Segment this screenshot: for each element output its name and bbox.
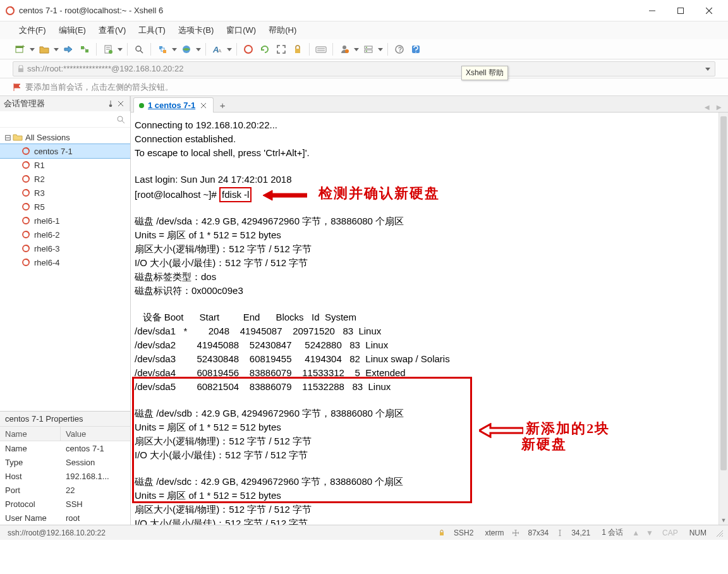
terminal-line: 磁盘 /dev/sda：42.9 GB, 42949672960 字节，8388…: [135, 216, 404, 226]
property-name: User Name: [0, 513, 61, 523]
session-item[interactable]: rhel6-3: [0, 241, 130, 255]
session-search-row: [0, 111, 130, 128]
separator: [127, 43, 128, 56]
dropdown-icon[interactable]: [171, 47, 178, 52]
session-item[interactable]: R2: [0, 172, 130, 186]
help-icon[interactable]: [408, 42, 423, 57]
session-item[interactable]: R1: [0, 158, 130, 172]
menu-help[interactable]: 帮助(H): [262, 22, 303, 39]
session-icon: [21, 230, 30, 239]
maximize-button[interactable]: [666, 1, 695, 20]
property-row: Namecentos 7-1: [0, 441, 130, 455]
lock-icon[interactable]: [290, 42, 305, 57]
swirl-red-icon[interactable]: [241, 42, 256, 57]
svg-text:A: A: [218, 48, 222, 54]
session-item[interactable]: rhel6-1: [0, 214, 130, 228]
tab-add-button[interactable]: +: [216, 98, 229, 112]
font-icon[interactable]: AA: [210, 42, 225, 57]
dropdown-icon[interactable]: [29, 47, 35, 52]
reconnect-icon[interactable]: [77, 42, 92, 57]
menu-tabs[interactable]: 选项卡(B): [172, 22, 220, 39]
down-icon[interactable]: ▼: [646, 528, 653, 537]
separator: [236, 43, 237, 56]
window-title: centos 7-1 - root@localhost:~ - Xshell 6: [19, 6, 638, 15]
svg-text:?: ?: [398, 46, 402, 53]
menu-edit[interactable]: 编辑(E): [52, 22, 92, 39]
menu-bar: 文件(F) 编辑(E) 查看(V) 工具(T) 选项卡(B) 窗口(W) 帮助(…: [0, 21, 728, 39]
tab-close-icon[interactable]: [199, 101, 208, 110]
session-item[interactable]: rhel6-4: [0, 255, 130, 269]
address-text: ssh://root:***************@192.168.10.20…: [27, 64, 705, 73]
svg-point-15: [136, 46, 141, 51]
menu-file[interactable]: 文件(F): [13, 22, 52, 39]
properties-header-value[interactable]: Value: [61, 427, 91, 441]
keyboard-icon[interactable]: [313, 42, 329, 57]
tab-next-icon[interactable]: ►: [715, 102, 723, 112]
status-dot-icon: [139, 103, 144, 108]
search-icon[interactable]: [116, 115, 125, 124]
new-session-icon[interactable]: +: [13, 42, 28, 57]
info-icon[interactable]: ?: [392, 42, 407, 57]
terminal-line: 磁盘 /dev/sdb：42.9 GB, 42949672960 字节，8388…: [135, 408, 404, 418]
property-name: Port: [0, 485, 61, 495]
server-icon[interactable]: [361, 42, 376, 57]
menu-view[interactable]: 查看(V): [92, 22, 132, 39]
close-panel-icon[interactable]: [116, 99, 126, 109]
menu-window[interactable]: 窗口(W): [220, 22, 262, 39]
address-input[interactable]: ssh://root:***************@192.168.10.20…: [13, 61, 715, 76]
dropdown-icon[interactable]: [117, 47, 123, 52]
terminal-line: To escape to local shell, press 'Ctrl+Al…: [135, 147, 310, 158]
fullscreen-icon[interactable]: [274, 42, 289, 57]
property-row: Host192.168.1...: [0, 469, 130, 483]
session-item[interactable]: R3: [0, 186, 130, 200]
tab-prev-icon[interactable]: ◄: [703, 102, 711, 112]
property-value: 192.168.1...: [61, 472, 109, 481]
minimize-button[interactable]: [638, 1, 666, 20]
scrollbar-thumb[interactable]: [720, 116, 727, 470]
tree-root[interactable]: ⊟ All Sessions: [0, 130, 130, 144]
dropdown-icon[interactable]: [195, 47, 202, 52]
session-item[interactable]: rhel6-2: [0, 228, 130, 241]
copy-icon[interactable]: [155, 42, 170, 57]
transfer-icon[interactable]: [61, 42, 76, 57]
terminal-line: Units = 扇区 of 1 * 512 = 512 bytes: [135, 422, 281, 432]
session-icon: [21, 161, 30, 169]
pin-icon[interactable]: [106, 99, 116, 109]
open-folder-icon[interactable]: [37, 42, 52, 57]
terminal-line: 磁盘标识符：0x000c09e3: [135, 285, 243, 296]
dropdown-icon[interactable]: [53, 47, 59, 52]
tab-active[interactable]: 1 centos 7-1: [133, 97, 214, 113]
arrow-left-icon: [479, 423, 523, 438]
close-button[interactable]: [695, 1, 723, 20]
status-num: NUM: [687, 528, 709, 537]
dropdown-icon[interactable]: [353, 47, 360, 52]
collapse-icon[interactable]: ⊟: [4, 133, 11, 142]
resize-grip-icon[interactable]: [715, 529, 723, 537]
properties-header-name[interactable]: Name: [0, 427, 61, 441]
search-icon[interactable]: [131, 42, 147, 57]
terminal-line: Units = 扇区 of 1 * 512 = 512 bytes: [135, 490, 281, 501]
terminal-line: I/O 大小(最小/最佳)：512 字节 / 512 字节: [135, 449, 308, 460]
dropdown-icon[interactable]: [226, 47, 233, 52]
terminal-line: 磁盘 /dev/sdc：42.9 GB, 42949672960 字节，8388…: [135, 476, 403, 487]
session-item[interactable]: centos 7-1: [0, 144, 130, 158]
menu-tools[interactable]: 工具(T): [132, 22, 172, 39]
session-icon: [21, 202, 30, 211]
user-icon[interactable]: [337, 42, 352, 57]
terminal[interactable]: Connecting to 192.168.10.20:22... Connec…: [131, 113, 728, 525]
vertical-scrollbar[interactable]: ▼: [719, 113, 728, 525]
session-item[interactable]: R5: [0, 200, 130, 214]
session-manager-title: 会话管理器: [0, 96, 130, 111]
session-tree[interactable]: ⊟ All Sessions centos 7-1R1R2R3R5rhel6-1…: [0, 128, 130, 411]
status-connection: ssh://root@192.168.10.20:22: [5, 528, 108, 537]
dropdown-icon[interactable]: [705, 66, 711, 72]
dropdown-icon[interactable]: [377, 47, 384, 52]
properties-icon[interactable]: [100, 42, 116, 57]
up-icon[interactable]: ▲: [632, 528, 640, 537]
refresh-icon[interactable]: [257, 42, 272, 57]
annotation-text: 新硬盘: [521, 436, 567, 452]
scroll-down-icon[interactable]: ▼: [719, 516, 728, 525]
command-highlight: fdisk -l: [219, 187, 252, 202]
terminal-line: 扇区大小(逻辑/物理)：512 字节 / 512 字节: [135, 436, 312, 446]
globe-icon[interactable]: [179, 42, 194, 57]
